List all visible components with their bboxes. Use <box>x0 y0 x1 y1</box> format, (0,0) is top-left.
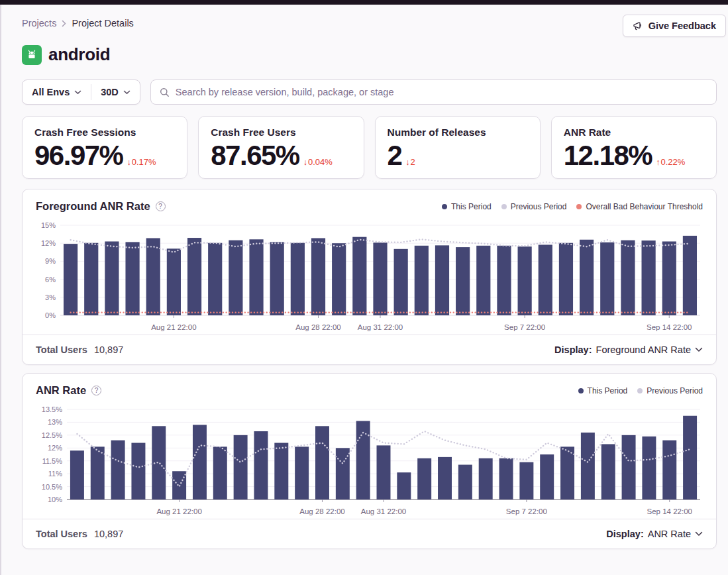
chevron-down-icon <box>695 347 703 352</box>
project-name: android <box>48 44 110 65</box>
stat-card-crash-free-users: Crash Free Users 87.65% ↓0.04% <box>198 116 364 179</box>
search-bar[interactable] <box>150 79 717 105</box>
legend-item[interactable]: Previous Period <box>637 386 703 395</box>
legend-item[interactable]: Overall Bad Behaviour Threshold <box>576 202 703 211</box>
svg-text:13.5%: 13.5% <box>42 405 62 413</box>
chart-title: Foreground ANR Rate <box>36 200 150 213</box>
display-label: Display: <box>606 529 643 539</box>
chart-legend: This PeriodPrevious PeriodOverall Bad Be… <box>442 202 703 211</box>
legend-label: Previous Period <box>647 386 703 395</box>
date-range-selector[interactable]: 30D <box>91 80 140 104</box>
legend-dot <box>637 388 643 393</box>
total-users: Total Users 10,897 <box>36 344 123 355</box>
svg-text:Aug 28 22:00: Aug 28 22:00 <box>295 323 340 331</box>
display-selector[interactable]: Display: Foreground ANR Rate <box>554 344 703 355</box>
search-icon <box>160 87 170 97</box>
help-icon[interactable]: ? <box>156 201 166 211</box>
stat-title: Crash Free Users <box>211 127 351 138</box>
anr-rate-panel: ANR Rate ? This PeriodPrevious Period 10… <box>22 373 717 549</box>
svg-text:Aug 31 22:00: Aug 31 22:00 <box>361 507 406 515</box>
android-platform-icon <box>22 45 42 65</box>
svg-text:12.5%: 12.5% <box>42 431 62 439</box>
display-selector[interactable]: Display: ANR Rate <box>606 529 703 539</box>
svg-text:11.5%: 11.5% <box>42 457 63 465</box>
anr-chart-canvas[interactable]: 10%10.5%11%11.5%12%12.5%13%13.5%Aug 21 2… <box>36 401 704 519</box>
give-feedback-label: Give Feedback <box>649 21 716 31</box>
stat-title: Number of Releases <box>388 127 528 138</box>
svg-text:Aug 31 22:00: Aug 31 22:00 <box>358 323 403 331</box>
arrow-down-icon: ↓ <box>127 158 130 167</box>
chart-title: ANR Rate <box>36 384 86 397</box>
svg-text:12%: 12% <box>41 239 56 247</box>
svg-text:3%: 3% <box>45 293 56 301</box>
legend-item[interactable]: This Period <box>578 386 628 395</box>
total-users-label: Total Users <box>36 344 87 355</box>
svg-text:12%: 12% <box>48 444 62 452</box>
total-users: Total Users 10,897 <box>36 529 123 539</box>
arrow-down-icon: ↓ <box>405 158 409 167</box>
svg-text:Aug 21 22:00: Aug 21 22:00 <box>156 507 201 515</box>
stat-delta: ↑0.22% <box>656 157 685 167</box>
stat-value: 2 <box>388 140 402 172</box>
svg-text:10.5%: 10.5% <box>42 483 62 491</box>
foreground-anr-chart-canvas[interactable]: 0%3%6%9%12%15%Aug 21 22:00Aug 28 22:00Au… <box>36 217 704 335</box>
legend-dot <box>442 204 447 209</box>
help-icon[interactable]: ? <box>91 386 101 395</box>
legend-label: Overall Bad Behaviour Threshold <box>586 202 703 211</box>
chevron-right-icon <box>62 20 66 27</box>
svg-text:13%: 13% <box>48 418 62 426</box>
project-details-page: Projects Project Details Give Feedback <box>0 0 728 549</box>
stat-value: 12.18% <box>564 140 652 172</box>
stat-title: Crash Free Sessions <box>34 127 175 138</box>
chart-legend: This PeriodPrevious Period <box>578 386 703 395</box>
display-label: Display: <box>554 344 592 355</box>
svg-text:6%: 6% <box>45 276 56 284</box>
arrow-up-icon: ↑ <box>656 158 660 167</box>
svg-text:Sep 14 22:00: Sep 14 22:00 <box>647 507 692 515</box>
display-value: ANR Rate <box>648 529 691 539</box>
svg-text:10%: 10% <box>48 496 62 503</box>
stat-card-number-of-releases: Number of Releases 2 ↓2 <box>375 116 541 179</box>
give-feedback-button[interactable]: Give Feedback <box>623 15 726 37</box>
legend-label: This Period <box>451 202 492 211</box>
chevron-down-icon <box>74 90 81 95</box>
chevron-down-icon <box>695 531 703 537</box>
arrow-down-icon: ↓ <box>303 158 307 167</box>
megaphone-icon <box>633 21 643 31</box>
chevron-down-icon <box>123 90 130 95</box>
legend-dot <box>578 388 584 393</box>
stat-value: 96.97% <box>34 140 123 172</box>
legend-dot <box>576 204 582 209</box>
legend-item[interactable]: Previous Period <box>501 202 567 211</box>
breadcrumb: Projects Project Details <box>22 18 134 28</box>
legend-label: Previous Period <box>511 202 567 211</box>
svg-text:Aug 28 22:00: Aug 28 22:00 <box>299 507 344 515</box>
breadcrumb-projects-link[interactable]: Projects <box>22 18 56 28</box>
total-users-value: 10,897 <box>94 344 123 355</box>
summary-stats: Crash Free Sessions 96.97% ↓0.17% Crash … <box>22 116 717 179</box>
svg-text:15%: 15% <box>41 221 56 229</box>
display-value: Foreground ANR Rate <box>596 344 691 355</box>
svg-text:0%: 0% <box>45 311 56 319</box>
svg-text:11%: 11% <box>48 470 62 478</box>
search-input[interactable] <box>176 87 707 97</box>
environment-selector-label: All Envs <box>32 87 70 97</box>
svg-text:Sep 7 22:00: Sep 7 22:00 <box>506 507 547 515</box>
stat-delta: ↓0.04% <box>303 157 333 167</box>
environment-selector[interactable]: All Envs <box>23 80 91 104</box>
stat-delta: ↓0.17% <box>127 157 156 167</box>
stat-card-anr-rate: ANR Rate 12.18% ↑0.22% <box>551 116 717 179</box>
total-users-label: Total Users <box>36 529 87 539</box>
stat-value: 87.65% <box>211 140 299 172</box>
legend-dot <box>501 204 507 209</box>
svg-text:Sep 14 22:00: Sep 14 22:00 <box>647 323 692 331</box>
breadcrumb-current: Project Details <box>72 18 133 28</box>
legend-label: This Period <box>588 386 628 395</box>
svg-text:Sep 7 22:00: Sep 7 22:00 <box>504 323 545 331</box>
stat-title: ANR Rate <box>564 127 704 138</box>
stat-delta: ↓2 <box>405 157 415 167</box>
legend-item[interactable]: This Period <box>442 202 492 211</box>
stat-card-crash-free-sessions: Crash Free Sessions 96.97% ↓0.17% <box>22 116 187 179</box>
foreground-anr-rate-panel: Foreground ANR Rate ? This PeriodPreviou… <box>22 189 717 365</box>
svg-text:Aug 21 22:00: Aug 21 22:00 <box>151 323 196 331</box>
